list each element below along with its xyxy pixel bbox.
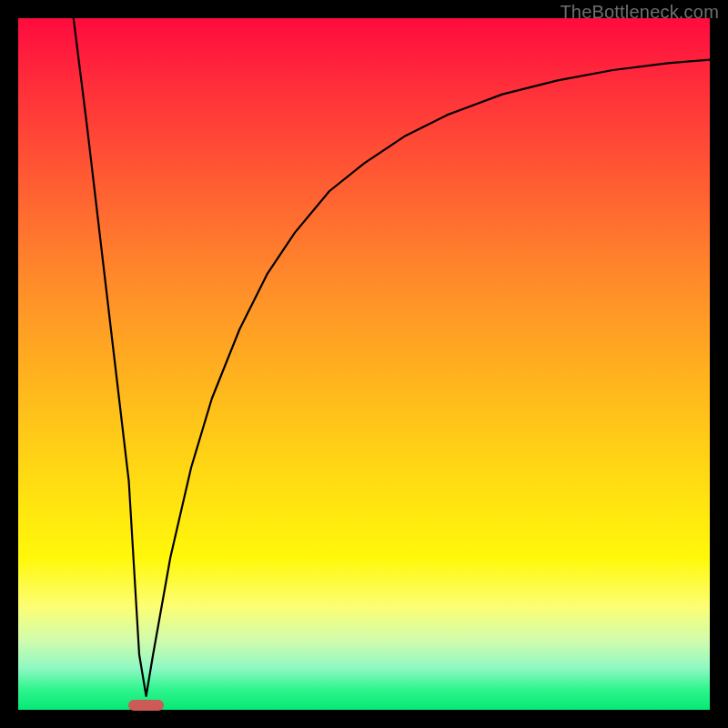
chart-minimum-marker: [128, 700, 165, 711]
chart-frame: TheBottleneck.com: [0, 0, 728, 728]
chart-plot-area: [18, 18, 710, 710]
watermark-text: TheBottleneck.com: [560, 2, 719, 23]
chart-curve: [18, 18, 710, 710]
chart-path: [74, 18, 710, 696]
